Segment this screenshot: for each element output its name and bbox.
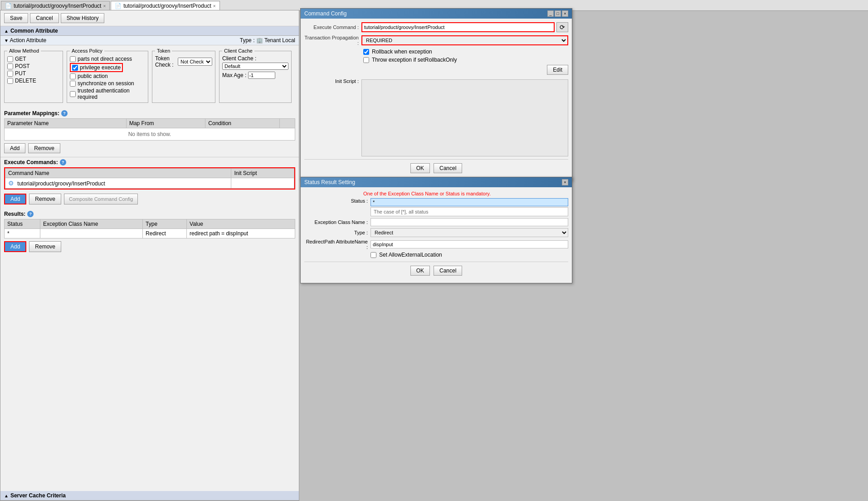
post-label: POST [15, 63, 30, 69]
cmd-config-ok[interactable]: OK [410, 163, 430, 173]
tab-close-2[interactable]: × [213, 4, 216, 9]
tab-label-1: tutorial/product/groovy/InsertProduct [14, 3, 101, 9]
show-history-button[interactable]: Show History [61, 13, 105, 23]
execute-commands-help[interactable]: ? [60, 159, 66, 165]
redirect-path-label: RedirectPath AttributeName : [304, 239, 368, 250]
status-input[interactable] [371, 198, 568, 206]
exec-cmd-btn-row: Add Remove Composite Command Config [4, 194, 295, 204]
param-add-button[interactable]: Add [4, 143, 25, 153]
save-button[interactable]: Save [4, 13, 28, 23]
common-attribute-header[interactable]: ▲ Common Attribute [0, 26, 299, 36]
edit-button[interactable]: Edit [547, 65, 568, 75]
status-result-cancel[interactable]: Cancel [434, 266, 462, 276]
exec-add-button[interactable]: Add [4, 194, 26, 204]
transaction-propagation-select[interactable]: REQUIRED REQUIRES_NEW NOT_SUPPORTED NEVE… [361, 35, 568, 45]
col-map-from: Map From [126, 119, 205, 128]
param-remove-button[interactable]: Remove [28, 143, 60, 153]
status-result-close[interactable]: × [562, 179, 568, 185]
max-age-row: Max Age : [222, 72, 288, 79]
cancel-button[interactable]: Cancel [30, 13, 59, 23]
allow-external-checkbox[interactable] [371, 252, 376, 258]
cmd-config-title-bar: Command Config _ □ × [301, 9, 572, 19]
cmd-config-minimize[interactable]: _ [547, 10, 554, 17]
exception-class-input[interactable] [371, 218, 568, 226]
privilege-execute-row: privilege execute [70, 63, 145, 73]
tab-icon-2: 📄 [115, 3, 122, 9]
cmd-config-restore[interactable]: □ [555, 10, 561, 17]
param-mappings-help[interactable]: ? [61, 110, 68, 117]
cmd-config-body: Execute Command : ⟳ Transaction Propagat… [301, 19, 572, 180]
results-help[interactable]: ? [27, 211, 34, 217]
redirect-path-input[interactable] [371, 240, 568, 248]
results-remove-button[interactable]: Remove [29, 241, 61, 252]
command-icon: ⚙ [8, 180, 14, 187]
public-action-checkbox[interactable] [70, 73, 76, 79]
cmd-config-close[interactable]: × [562, 10, 568, 17]
server-cache-section: ▲ Server Cache Criteria [0, 491, 299, 501]
exec-remove-button[interactable]: Remove [29, 194, 61, 204]
init-script-area[interactable] [361, 79, 568, 156]
results-section: Results: ? Status Exception Class Name T… [0, 209, 299, 254]
max-age-input[interactable] [248, 72, 275, 79]
get-checkbox[interactable] [7, 56, 13, 62]
put-label: PUT [15, 70, 26, 77]
execute-commands-section: Execute Commands: ? Command Name Init Sc… [0, 157, 299, 206]
delete-checkbox[interactable] [7, 78, 13, 84]
composite-cmd-config-button[interactable]: Composite Command Config [64, 194, 138, 204]
status-result-title-bar: Status Result Setting × [301, 177, 572, 187]
type-dialog-row: Type : Redirect Forward Error None [304, 228, 568, 237]
post-checkbox[interactable] [7, 63, 13, 69]
results-btn-row: Add Remove [4, 241, 295, 252]
status-result-ok[interactable]: OK [410, 266, 430, 276]
throw-exception-checkbox[interactable] [363, 57, 369, 63]
results-add-button[interactable]: Add [4, 241, 26, 252]
server-cache-header[interactable]: ▲ Server Cache Criteria [0, 491, 299, 501]
client-cache-legend: Client Cache [222, 48, 254, 54]
get-label: GET [15, 56, 26, 62]
execute-command-input[interactable] [361, 22, 555, 32]
type-dialog-label: Type : [304, 230, 368, 235]
toolbar: Save Cancel Show History [0, 10, 299, 26]
tab-1[interactable]: 📄 tutorial/product/groovy/InsertProduct … [1, 1, 110, 10]
token-check-label: Token Check : [155, 55, 176, 68]
init-script-label: Init Script : [304, 77, 359, 84]
privilege-execute-label: privilege execute [80, 64, 121, 71]
synchronize-checkbox[interactable] [70, 81, 76, 87]
allow-method-legend: Allow Method [7, 48, 41, 54]
tab-close-1[interactable]: × [103, 4, 106, 9]
server-cache-label: Server Cache Criteria [10, 492, 66, 499]
status-result-body: One of the Exception Class Name or Statu… [301, 187, 572, 283]
parts-not-direct-checkbox[interactable] [70, 56, 76, 62]
tab-2[interactable]: 📄 tutorial/product/groovy/InsertProduct … [111, 1, 219, 10]
execute-commands-table: Command Name Init Script ⚙ tutorial/prod… [5, 168, 294, 189]
get-row: GET [7, 55, 60, 63]
token-check-row: Token Check : Not Check Check Optional [155, 55, 212, 68]
put-checkbox[interactable] [7, 71, 13, 77]
token-check-select[interactable]: Not Check Check Optional [178, 58, 212, 66]
parts-not-direct-label: parts not direct access [78, 56, 132, 62]
fields-area: Allow Method GET POST PUT DELETE [0, 45, 299, 108]
type-dialog-select[interactable]: Redirect Forward Error None [371, 228, 568, 237]
throw-exception-row: Throw exception if setRollbackOnly [363, 57, 568, 63]
access-policy-legend: Access Policy [70, 48, 104, 54]
param-mappings-label: Parameter Mappings: ? [4, 110, 295, 117]
execute-command-refresh[interactable]: ⟳ [556, 22, 568, 32]
rollback-checkbox[interactable] [363, 49, 369, 55]
token-legend: Token [155, 48, 172, 54]
execute-commands-label: Execute Commands: ? [4, 159, 295, 165]
trusted-auth-row: trusted authentication required [70, 87, 145, 101]
init-script-row: Init Script : [304, 77, 568, 159]
token-fieldset: Token Token Check : Not Check Check Opti… [152, 48, 215, 103]
col-init-script: Init Script [231, 169, 294, 178]
delete-row: DELETE [7, 77, 60, 84]
client-cache-select[interactable]: Default No Cache Private Public [222, 63, 288, 70]
cmd-config-cancel[interactable]: Cancel [434, 163, 462, 173]
cmd-config-dialog: Command Config _ □ × Execute Command : ⟳… [300, 8, 572, 181]
param-mappings-table: Parameter Name Map From Condition No ite… [4, 118, 295, 141]
transaction-propagation-label: Transaction Propagation : [304, 35, 359, 46]
privilege-execute-checkbox[interactable] [72, 65, 78, 71]
tab-icon-1: 📄 [5, 3, 12, 9]
action-attribute-row: ▼ Action Attribute Type : 🏢 Tenant Local [0, 36, 299, 45]
trusted-auth-checkbox[interactable] [70, 91, 76, 97]
col-command-name: Command Name [5, 169, 231, 178]
